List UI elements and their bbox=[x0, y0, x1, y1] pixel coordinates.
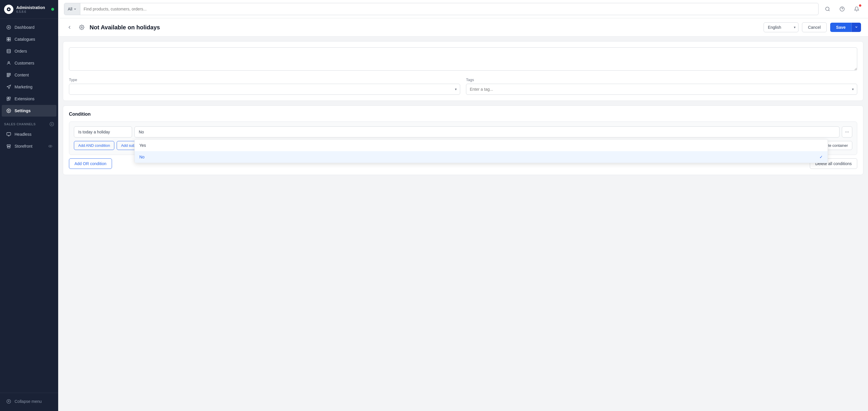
dropdown-item-no[interactable]: No ✓ bbox=[135, 151, 828, 163]
app-name: Administration bbox=[16, 5, 45, 10]
add-and-condition-btn[interactable]: Add AND condition bbox=[74, 141, 114, 150]
type-label: Type bbox=[69, 78, 460, 82]
language-selector-wrapper: English ▾ bbox=[764, 22, 799, 32]
sidebar-footer: Collapse menu bbox=[0, 393, 58, 411]
description-textarea[interactable] bbox=[69, 47, 857, 71]
condition-more-btn[interactable]: ··· bbox=[842, 127, 852, 137]
form-row: Type ▾ Tags ▾ bbox=[69, 78, 857, 95]
form-section: Type ▾ Tags ▾ bbox=[63, 41, 863, 101]
page-settings-btn[interactable] bbox=[78, 23, 86, 32]
settings-icon bbox=[6, 108, 12, 114]
sidebar-item-headless[interactable]: Headless bbox=[2, 129, 56, 140]
page-title: Not Available on holidays bbox=[90, 24, 760, 31]
tags-select-wrapper: ▾ bbox=[466, 84, 857, 95]
save-button[interactable]: Save bbox=[830, 23, 851, 32]
search-input[interactable] bbox=[80, 7, 818, 11]
svg-rect-6 bbox=[9, 39, 10, 41]
search-wrapper: All bbox=[64, 3, 818, 15]
help-icon-btn[interactable] bbox=[837, 3, 848, 14]
back-button[interactable] bbox=[65, 23, 74, 32]
svg-rect-12 bbox=[7, 75, 10, 76]
svg-rect-16 bbox=[7, 99, 8, 101]
type-select[interactable] bbox=[69, 84, 460, 95]
svg-rect-11 bbox=[7, 73, 10, 74]
content-icon bbox=[6, 72, 12, 78]
main-area: All bbox=[58, 0, 868, 411]
sidebar-item-dashboard[interactable]: Dashboard bbox=[2, 22, 56, 33]
storefront-visibility-icon bbox=[48, 144, 52, 148]
svg-rect-24 bbox=[7, 146, 10, 148]
svg-rect-15 bbox=[9, 97, 10, 99]
svg-point-17 bbox=[8, 110, 9, 111]
tags-input[interactable] bbox=[466, 84, 857, 95]
app-info: Administration 6.5.8.6 bbox=[16, 5, 45, 14]
svg-point-33 bbox=[81, 27, 83, 28]
topbar: All bbox=[58, 0, 868, 18]
tags-group: Tags ▾ bbox=[466, 78, 857, 95]
app-logo bbox=[4, 5, 13, 14]
cancel-button[interactable]: Cancel bbox=[802, 22, 827, 32]
type-select-wrapper: ▾ bbox=[69, 84, 460, 95]
svg-rect-5 bbox=[7, 39, 8, 41]
sidebar-item-content[interactable]: Content bbox=[2, 69, 56, 81]
sales-channels-section: Sales Channels Headless bbox=[0, 120, 58, 152]
condition-container: Is today a holiday No Yes No ✓ bbox=[69, 122, 857, 155]
storefront-icon bbox=[6, 143, 12, 149]
sidebar-item-marketing[interactable]: Marketing bbox=[2, 81, 56, 93]
customers-icon bbox=[6, 60, 12, 66]
svg-rect-4 bbox=[9, 37, 10, 39]
sidebar-header: Administration 6.5.8.6 bbox=[0, 0, 58, 19]
sidebar-item-orders[interactable]: Orders bbox=[2, 45, 56, 57]
search-filter-btn[interactable]: All bbox=[64, 3, 80, 15]
sidebar-item-catalogues[interactable]: Catalogues bbox=[2, 33, 56, 45]
add-or-condition-btn[interactable]: Add OR condition bbox=[69, 159, 112, 169]
sidebar-collapse-btn[interactable]: Collapse menu bbox=[2, 396, 56, 407]
svg-rect-7 bbox=[7, 49, 10, 53]
search-icon bbox=[825, 6, 830, 12]
condition-section: Condition Is today a holiday No Yes No ✓ bbox=[63, 105, 863, 175]
app-version: 6.5.8.6 bbox=[16, 10, 45, 13]
collapse-icon bbox=[6, 399, 12, 404]
svg-point-1 bbox=[7, 25, 10, 29]
svg-rect-3 bbox=[7, 37, 8, 39]
svg-point-29 bbox=[826, 7, 829, 10]
sidebar-item-storefront[interactable]: Storefront bbox=[2, 140, 56, 152]
save-dropdown-button[interactable] bbox=[851, 23, 861, 32]
svg-rect-13 bbox=[7, 76, 9, 77]
svg-line-30 bbox=[829, 10, 829, 11]
language-select[interactable]: English bbox=[764, 22, 799, 32]
add-channel-icon[interactable] bbox=[50, 122, 54, 127]
sidebar-item-customers[interactable]: Customers bbox=[2, 57, 56, 69]
extensions-icon bbox=[6, 96, 12, 102]
svg-point-25 bbox=[49, 145, 52, 147]
chevron-down-icon bbox=[73, 7, 76, 10]
condition-value-wrapper: No Yes No ✓ bbox=[134, 127, 839, 137]
svg-rect-14 bbox=[7, 97, 8, 99]
notification-btn-wrapper bbox=[851, 3, 862, 14]
condition-value-btn[interactable]: No bbox=[134, 127, 839, 137]
sidebar-item-settings[interactable]: Settings bbox=[2, 105, 56, 116]
page-header: Not Available on holidays English ▾ Canc… bbox=[58, 18, 868, 37]
svg-point-26 bbox=[50, 146, 51, 147]
marketing-icon bbox=[6, 84, 12, 90]
condition-dropdown: Yes No ✓ bbox=[134, 139, 828, 163]
catalogues-icon bbox=[6, 36, 12, 42]
condition-row: Is today a holiday No Yes No ✓ bbox=[74, 127, 852, 137]
type-group: Type ▾ bbox=[69, 78, 460, 95]
notification-btn[interactable] bbox=[851, 3, 862, 14]
condition-field: Is today a holiday bbox=[74, 127, 132, 137]
svg-point-2 bbox=[8, 27, 9, 28]
page-body: Type ▾ Tags ▾ bbox=[58, 37, 868, 411]
headless-icon bbox=[6, 131, 12, 137]
sidebar-item-extensions[interactable]: Extensions bbox=[2, 93, 56, 105]
dropdown-item-yes[interactable]: Yes bbox=[135, 139, 828, 151]
gear-icon bbox=[79, 25, 84, 30]
search-icon-btn[interactable] bbox=[822, 3, 833, 14]
save-chevron-icon bbox=[855, 25, 858, 29]
page-layout: Not Available on holidays English ▾ Canc… bbox=[58, 18, 868, 411]
orders-icon bbox=[6, 48, 12, 54]
svg-rect-21 bbox=[7, 133, 10, 135]
condition-title: Condition bbox=[69, 112, 857, 117]
back-icon bbox=[67, 25, 72, 30]
svg-point-10 bbox=[8, 62, 9, 63]
